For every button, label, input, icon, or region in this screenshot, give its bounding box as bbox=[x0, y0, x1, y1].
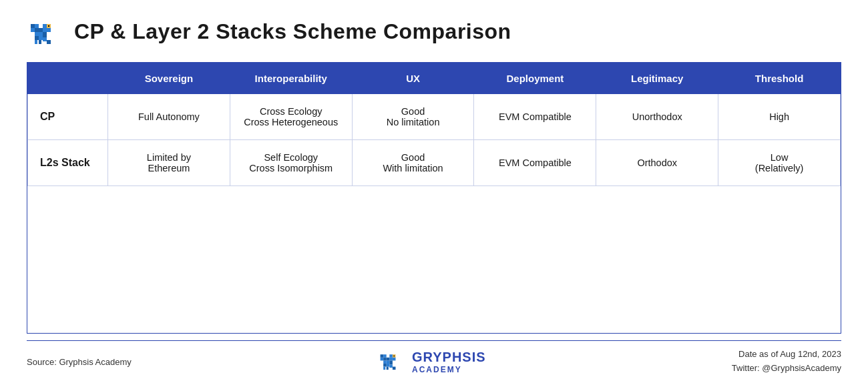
cell-threshold: High bbox=[718, 94, 841, 140]
col-header-interoperability: Interoperability bbox=[230, 63, 352, 94]
col-header-sovereign: Sovereign bbox=[108, 63, 230, 94]
svg-rect-16 bbox=[39, 40, 41, 44]
footer-logo-icon bbox=[377, 346, 405, 377]
svg-rect-3 bbox=[35, 32, 39, 36]
svg-rect-32 bbox=[383, 358, 387, 361]
svg-rect-19 bbox=[387, 360, 390, 364]
svg-rect-14 bbox=[43, 37, 47, 41]
col-header-deployment: Deployment bbox=[474, 63, 596, 94]
svg-rect-9 bbox=[47, 28, 51, 32]
svg-rect-33 bbox=[389, 364, 393, 368]
svg-rect-10 bbox=[31, 28, 35, 32]
page: CP & Layer 2 Stacks Scheme Comparison So… bbox=[0, 0, 868, 387]
footer-source: Source: Gryphsis Academy bbox=[27, 357, 132, 367]
svg-rect-4 bbox=[43, 32, 47, 37]
footer-logo-text: GRYPHSIS ACADEMY bbox=[412, 350, 486, 374]
cell-interoperability: Cross EcologyCross Heterogeneous bbox=[230, 94, 352, 140]
footer-date: Date as of Aug 12nd, 2023 bbox=[732, 348, 841, 362]
cell-legitimacy: Unorthodox bbox=[596, 94, 718, 140]
cell-threshold: Low(Relatively) bbox=[718, 140, 841, 186]
svg-rect-12 bbox=[35, 24, 39, 28]
svg-rect-27 bbox=[389, 354, 393, 358]
svg-rect-36 bbox=[383, 367, 385, 370]
table-row: L2s StackLimited byEthereumSelf EcologyC… bbox=[28, 140, 841, 186]
cell-legitimacy: Orthodox bbox=[596, 140, 718, 186]
table-header-row: Sovereign Interoperability UX Deployment… bbox=[28, 63, 841, 94]
col-header-legitimacy: Legitimacy bbox=[596, 63, 718, 94]
col-header-name bbox=[28, 63, 108, 94]
header: CP & Layer 2 Stacks Scheme Comparison bbox=[27, 13, 841, 50]
svg-rect-5 bbox=[39, 36, 43, 40]
svg-rect-13 bbox=[35, 28, 39, 32]
svg-rect-17 bbox=[35, 40, 37, 44]
footer-meta: Date as of Aug 12nd, 2023 Twitter: @Gryp… bbox=[732, 348, 841, 376]
page-title: CP & Layer 2 Stacks Scheme Comparison bbox=[74, 19, 511, 44]
svg-rect-8 bbox=[43, 24, 47, 28]
svg-rect-11 bbox=[31, 24, 35, 28]
cell-name: L2s Stack bbox=[28, 140, 108, 186]
svg-rect-24 bbox=[387, 364, 390, 367]
svg-rect-22 bbox=[383, 360, 387, 364]
comparison-table: Sovereign Interoperability UX Deployment… bbox=[27, 62, 841, 334]
cell-ux: GoodNo limitation bbox=[352, 94, 474, 140]
svg-rect-15 bbox=[47, 40, 51, 44]
svg-rect-21 bbox=[387, 358, 390, 361]
svg-rect-35 bbox=[387, 367, 389, 370]
svg-rect-20 bbox=[389, 358, 393, 361]
cell-sovereign: Full Autonomy bbox=[108, 94, 230, 140]
cell-sovereign: Limited byEthereum bbox=[108, 140, 230, 186]
svg-rect-34 bbox=[393, 367, 396, 370]
svg-rect-6 bbox=[35, 36, 39, 40]
footer-brand-name: GRYPHSIS bbox=[412, 350, 486, 365]
cell-name: CP bbox=[28, 94, 108, 140]
footer-branding: GRYPHSIS ACADEMY bbox=[377, 346, 486, 377]
svg-rect-29 bbox=[381, 358, 384, 361]
footer-twitter: Twitter: @GryphsisAcademy bbox=[732, 362, 841, 376]
svg-rect-0 bbox=[39, 32, 43, 36]
svg-rect-25 bbox=[383, 364, 387, 367]
svg-rect-28 bbox=[393, 358, 396, 361]
svg-rect-37 bbox=[393, 356, 395, 357]
cell-deployment: EVM Compatible bbox=[474, 140, 596, 186]
col-header-threshold: Threshold bbox=[718, 63, 841, 94]
svg-rect-18 bbox=[48, 25, 49, 27]
footer-academy-label: ACADEMY bbox=[412, 365, 462, 374]
footer: Source: Gryphsis Academy bbox=[27, 340, 841, 377]
cell-interoperability: Self EcologyCross Isomorphism bbox=[230, 140, 352, 186]
logo-icon bbox=[27, 13, 63, 50]
col-header-ux: UX bbox=[352, 63, 474, 94]
svg-rect-30 bbox=[381, 354, 384, 358]
svg-rect-2 bbox=[39, 28, 43, 32]
cell-ux: GoodWith limitation bbox=[352, 140, 474, 186]
svg-rect-31 bbox=[383, 354, 387, 358]
cell-deployment: EVM Compatible bbox=[474, 94, 596, 140]
table-row: CPFull AutonomyCross EcologyCross Hetero… bbox=[28, 94, 841, 140]
svg-rect-23 bbox=[389, 360, 393, 364]
svg-rect-1 bbox=[43, 28, 47, 32]
